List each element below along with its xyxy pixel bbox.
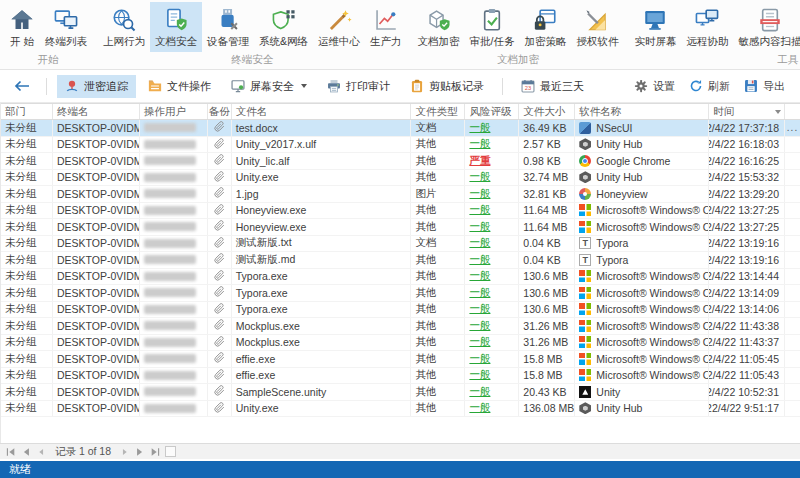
column-header-backup[interactable]: 备份 [208,104,232,119]
paperclip-icon[interactable] [214,253,225,266]
ribbon-item-remote-assist[interactable]: 远程协助 [681,2,733,52]
column-header-filename[interactable]: 文件名 [232,104,412,119]
paperclip-icon[interactable] [214,303,225,316]
file-operations-button[interactable]: 文件操作 [140,75,219,98]
column-header-dept[interactable]: 部门 [1,104,53,119]
paperclip-icon[interactable] [214,171,225,184]
ribbon-item-doc-encrypt[interactable]: 文档加密 [413,2,465,52]
paperclip-icon[interactable] [214,138,225,151]
column-header-filetype[interactable]: 文件类型 [411,104,465,119]
pagination-options-button[interactable] [165,446,176,457]
screen-security-button[interactable]: 屏幕安全 [223,75,315,98]
paperclip-icon[interactable] [214,187,225,200]
paperclip-icon[interactable] [214,369,225,382]
column-header-time[interactable]: 时间 [709,104,785,119]
risk-cell[interactable]: 一般 [469,368,490,382]
risk-cell[interactable]: 严重 [469,154,490,168]
column-header-terminal[interactable]: 终端名 [53,104,140,119]
ribbon-item-authorized-software[interactable]: 授权软件 [571,2,623,52]
refresh-button[interactable]: 刷新 [684,75,735,98]
table-row[interactable]: 未分组 DESKTOP-0VIDMDJ Unity.exe 其他 一般 32.7… [1,170,800,187]
next-page-button[interactable] [120,447,130,457]
table-row[interactable]: 未分组 DESKTOP-0VIDMDJ Honeyview.exe 其他 一般 … [1,219,800,236]
paperclip-icon[interactable] [214,270,225,283]
table-row[interactable]: 未分组 DESKTOP-0VIDMDJ effie.exe 其他 一般 15.8… [1,368,800,385]
paperclip-icon[interactable] [214,385,225,398]
risk-cell[interactable]: 一般 [469,187,490,201]
risk-cell[interactable]: 一般 [469,401,490,415]
risk-cell[interactable]: 一般 [469,352,490,366]
paperclip-icon[interactable] [214,286,225,299]
paperclip-icon[interactable] [214,204,225,217]
table-row[interactable]: 未分组 DESKTOP-0VIDMDJ effie.exe 其他 一般 15.8… [1,351,800,368]
paperclip-icon[interactable] [214,319,225,332]
table-row[interactable]: 未分组 DESKTOP-0VIDMDJ test.docx 文档 一般 36.4… [1,120,800,137]
table-row[interactable]: 未分组 DESKTOP-0VIDMDJ SampleScene.unity 其他… [1,384,800,401]
paperclip-icon[interactable] [214,402,225,415]
table-row[interactable]: 未分组 DESKTOP-0VIDMDJ Unity_v2017.x.ulf 其他… [1,137,800,154]
paperclip-icon[interactable] [214,121,225,134]
export-button[interactable]: 导出 [739,75,790,98]
column-header-filesize[interactable]: 文件大小 [519,104,575,119]
table-row[interactable]: 未分组 DESKTOP-0VIDMDJ Typora.exe 其他 一般 130… [1,285,800,302]
user-cell-redacted [144,255,196,264]
table-row[interactable]: 未分组 DESKTOP-0VIDMDJ Unity.exe 其他 一般 136.… [1,401,800,418]
paperclip-icon[interactable] [214,336,225,349]
risk-cell[interactable]: 一般 [469,319,490,333]
clipboard-records-button[interactable]: 剪贴板记录 [402,75,492,98]
leak-trace-button[interactable]: 泄密追踪 [57,75,136,98]
risk-cell[interactable]: 一般 [469,253,490,267]
ribbon-item-approval-task[interactable]: 审批/任务 [465,2,520,52]
table-row[interactable]: 未分组 DESKTOP-0VIDMDJ Unity_lic.alf 其他 严重 … [1,153,800,170]
risk-cell[interactable]: 一般 [469,269,490,283]
ribbon-item-terminal-list[interactable]: 终端列表 [40,2,92,52]
settings-button[interactable]: 设置 [629,75,680,98]
table-row[interactable]: 未分组 DESKTOP-0VIDMDJ Typora.exe 其他 一般 130… [1,269,800,286]
column-header-user[interactable]: 操作用户 [140,104,208,119]
paperclip-icon[interactable] [214,154,225,167]
ribbon-item-encrypt-policy[interactable]: 加密策略 [519,2,571,52]
back-button[interactable] [8,77,36,95]
risk-cell[interactable]: 一般 [469,203,490,217]
ribbon-item-realtime-screen[interactable]: 实时屏幕 [629,2,681,52]
row-more-button[interactable]: ... [787,124,798,132]
paperclip-icon[interactable] [214,237,225,250]
column-header-software[interactable]: 软件名称 [575,104,709,119]
ribbon-item-web-behavior[interactable]: 上网行为 [98,2,150,52]
last-page-button[interactable] [150,447,160,457]
next-group-button[interactable] [135,447,145,457]
risk-cell[interactable]: 一般 [469,236,490,250]
paperclip-icon[interactable] [214,220,225,233]
risk-cell[interactable]: 一般 [469,385,490,399]
risk-cell[interactable]: 一般 [469,220,490,234]
column-header-risk[interactable]: 风险评级 [465,104,519,119]
ribbon-item-start[interactable]: 开 始 [4,2,40,52]
risk-cell[interactable]: 一般 [469,335,490,349]
table-row[interactable]: 未分组 DESKTOP-0VIDMDJ 1.jpg 图片 一般 32.81 KB… [1,186,800,203]
ribbon-item-doc-security[interactable]: 文档安全 [150,2,202,52]
ribbon-item-sensitive-scan[interactable]: 敏感内容扫描 [733,2,800,52]
risk-cell[interactable]: 一般 [469,137,490,151]
prev-group-button[interactable] [21,447,31,457]
ribbon-item-device-management[interactable]: 设备管理 [202,2,254,52]
table-row[interactable]: 未分组 DESKTOP-0VIDMDJ 测试新版.md 其他 一般 0.04 K… [1,252,800,269]
paperclip-icon[interactable] [214,352,225,365]
ribbon-item-ops-center[interactable]: 运维中心 [313,2,365,52]
first-page-button[interactable] [6,447,16,457]
sensitive-scan-icon [757,6,783,33]
prev-page-button[interactable] [36,447,46,457]
table-row[interactable]: 未分组 DESKTOP-0VIDMDJ Typora.exe 其他 一般 130… [1,302,800,319]
table-row[interactable]: 未分组 DESKTOP-0VIDMDJ 测试新版.txt 文档 一般 0.04 … [1,236,800,253]
risk-cell[interactable]: 一般 [469,170,490,184]
table-row[interactable]: 未分组 DESKTOP-0VIDMDJ Honeyview.exe 其他 一般 … [1,203,800,220]
risk-cell[interactable]: 一般 [469,286,490,300]
ribbon-item-system-network[interactable]: 系统&网络 [254,2,313,52]
date-range-button[interactable]: 23 最近三天 [513,75,592,98]
filter-dropdown-icon[interactable] [775,110,781,114]
table-row[interactable]: 未分组 DESKTOP-0VIDMDJ Mockplus.exe 其他 一般 3… [1,318,800,335]
risk-cell[interactable]: 一般 [469,121,490,135]
print-audit-button[interactable]: 打印审计 [319,75,398,98]
table-row[interactable]: 未分组 DESKTOP-0VIDMDJ Mockplus.exe 其他 一般 3… [1,335,800,352]
risk-cell[interactable]: 一般 [469,302,490,316]
ribbon-item-productivity[interactable]: 生产力 [365,2,407,52]
